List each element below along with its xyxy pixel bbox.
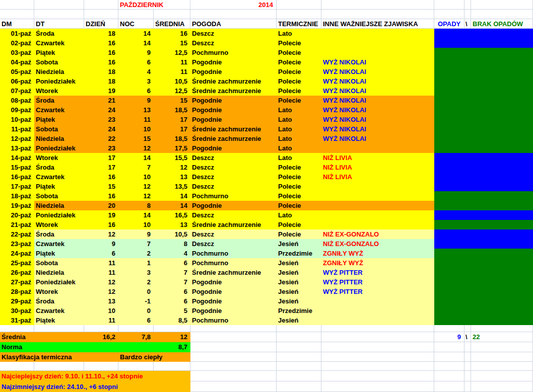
cell-weekday[interactable]: Poniedziałek: [34, 210, 84, 220]
cell-phenomenon[interactable]: WYŻ NIKOLAI: [321, 124, 434, 134]
cell-empty[interactable]: [118, 362, 154, 371]
cell-night-temp[interactable]: 6: [118, 57, 154, 67]
cell-day-temp[interactable]: 16: [84, 172, 118, 182]
cell-night-temp[interactable]: 13: [118, 105, 154, 115]
cell-empty[interactable]: [464, 342, 471, 352]
cell-precip-dry[interactable]: [434, 67, 533, 76]
cell-phenomenon[interactable]: [321, 306, 434, 316]
cell-empty[interactable]: [464, 371, 471, 381]
cell-empty[interactable]: [190, 371, 277, 381]
cell-weather[interactable]: Deszcz: [190, 163, 277, 172]
norm-label[interactable]: Norma: [0, 342, 34, 352]
cell-precip-dry[interactable]: [434, 316, 533, 325]
cell-weather[interactable]: Pogodnie: [190, 67, 277, 76]
cell-day-temp[interactable]: 20: [84, 201, 118, 210]
cell-day-temp[interactable]: 16: [84, 38, 118, 48]
cell-empty[interactable]: [84, 0, 118, 10]
cell-weather[interactable]: Średnie zachmurzenie: [190, 76, 277, 86]
cell-empty[interactable]: [434, 10, 464, 19]
cell-day-temp[interactable]: 15: [84, 182, 118, 191]
cell-night-temp[interactable]: 12: [118, 143, 154, 153]
cell-weather[interactable]: Pogodnie: [190, 277, 277, 287]
cell-phenomenon[interactable]: ZGNIŁY WYŻ: [321, 249, 434, 258]
cell-empty[interactable]: [321, 352, 434, 362]
cell-dm[interactable]: 08-paź: [0, 96, 34, 105]
cell-weather[interactable]: Pogodnie: [190, 201, 277, 210]
cell-empty[interactable]: [277, 325, 321, 332]
cell-phenomenon[interactable]: WYŻ NIKOLAI: [321, 76, 434, 86]
cell-dm[interactable]: 20-paź: [0, 210, 34, 220]
col-header-dt[interactable]: DT: [34, 19, 84, 29]
cell-night-temp[interactable]: 14: [118, 153, 154, 163]
cell-avg-temp[interactable]: 7: [154, 277, 190, 287]
cell-empty[interactable]: [190, 325, 277, 332]
average-label[interactable]: Średnia: [0, 332, 34, 342]
cell-night-temp[interactable]: 2: [118, 249, 154, 258]
cell-precip-dry[interactable]: [434, 143, 533, 153]
cell-thermal[interactable]: Polecie: [277, 96, 321, 105]
cell-phenomenon[interactable]: WYŻ NIKOLAI: [321, 96, 434, 105]
cell-empty[interactable]: [34, 0, 84, 10]
cell-phenomenon[interactable]: [321, 48, 434, 57]
cell-avg-temp[interactable]: 16: [154, 29, 190, 38]
cell-dm[interactable]: 05-paź: [0, 67, 34, 76]
cell-empty[interactable]: [321, 342, 434, 352]
cell-empty[interactable]: [277, 0, 321, 10]
norm-value[interactable]: 8,7: [154, 342, 190, 352]
cell-empty[interactable]: [471, 10, 533, 19]
cell-phenomenon[interactable]: [321, 201, 434, 210]
cell-empty[interactable]: [434, 342, 464, 352]
cell-avg-temp[interactable]: 10,5: [154, 229, 190, 239]
cell-weather[interactable]: Pogodnie: [190, 143, 277, 153]
cell-night-temp[interactable]: 2: [118, 277, 154, 287]
cell-weekday[interactable]: Czwartek: [34, 239, 84, 249]
cell-dm[interactable]: 12-paź: [0, 134, 34, 143]
cell-day-temp[interactable]: 21: [84, 96, 118, 105]
cell-day-temp[interactable]: 11: [84, 268, 118, 277]
cell-avg-temp[interactable]: 7: [154, 268, 190, 277]
cell-night-temp[interactable]: 7: [118, 163, 154, 172]
col-header-night[interactable]: NOC: [118, 19, 154, 29]
cell-dm[interactable]: 27-paź: [0, 277, 34, 287]
cell-thermal[interactable]: Polecie: [277, 220, 321, 229]
cell-thermal[interactable]: Polecie: [277, 86, 321, 96]
cell-weather[interactable]: Deszcz: [190, 239, 277, 249]
cell-day-temp[interactable]: 22: [84, 134, 118, 143]
rain-days-count[interactable]: 9: [434, 332, 464, 342]
cell-day-temp[interactable]: 11: [84, 316, 118, 325]
cell-day-temp[interactable]: 19: [84, 86, 118, 96]
cell-phenomenon[interactable]: WYŻ NIKOLAI: [321, 86, 434, 96]
cell-precip-dry[interactable]: [434, 268, 533, 277]
cell-empty[interactable]: [277, 352, 321, 362]
cell-night-temp[interactable]: 6: [118, 86, 154, 96]
cell-empty[interactable]: [277, 10, 321, 19]
cell-empty[interactable]: [118, 10, 154, 19]
cell-night-temp[interactable]: 7: [118, 239, 154, 249]
cell-thermal[interactable]: Jesień: [277, 258, 321, 268]
cell-dm[interactable]: 17-paź: [0, 182, 34, 191]
cell-empty[interactable]: [321, 332, 434, 342]
cell-empty[interactable]: [34, 325, 84, 332]
cell-day-temp[interactable]: 17: [84, 153, 118, 163]
cell-thermal[interactable]: Polecie: [277, 67, 321, 76]
cell-empty[interactable]: [34, 362, 84, 371]
cell-phenomenon[interactable]: WYŻ PITTER: [321, 268, 434, 277]
cell-precip-rain[interactable]: [434, 29, 533, 38]
cell-precip-dry[interactable]: [434, 249, 533, 258]
cell-avg-temp[interactable]: 13: [154, 220, 190, 229]
cell-precip-dry[interactable]: [434, 258, 533, 268]
cell-weekday[interactable]: Piątek: [34, 48, 84, 57]
cell-weather[interactable]: Pogodnie: [190, 57, 277, 67]
cell-avg-temp[interactable]: 6: [154, 258, 190, 268]
cell-empty[interactable]: [84, 342, 118, 352]
cell-day-temp[interactable]: 9: [84, 239, 118, 249]
cell-empty[interactable]: [321, 325, 434, 332]
month-title[interactable]: PAŹDZIERNIK: [118, 0, 190, 10]
cell-avg-temp[interactable]: 17,5: [154, 143, 190, 153]
cell-empty[interactable]: [471, 371, 533, 381]
cell-avg-temp[interactable]: 13,5: [154, 182, 190, 191]
col-header-precip[interactable]: OPADY: [434, 19, 464, 29]
cell-weekday[interactable]: Środa: [34, 163, 84, 172]
cell-phenomenon[interactable]: [321, 220, 434, 229]
cell-night-temp[interactable]: 12: [118, 182, 154, 191]
